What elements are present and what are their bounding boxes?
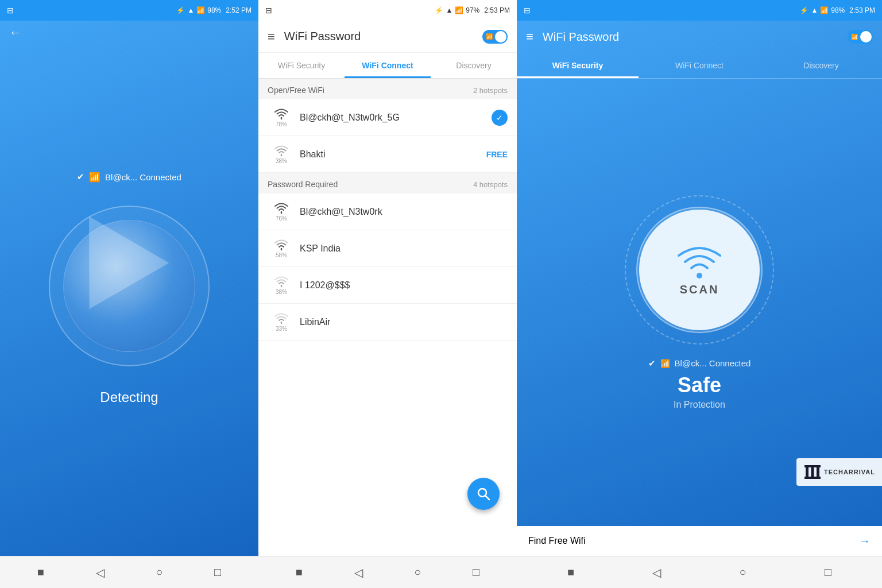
wifi-name-1: Bl@ckh@t_N3tw0rk_5G xyxy=(300,113,492,123)
nav-back-s2[interactable]: ◁ xyxy=(354,566,363,579)
wifi-list: Open/Free WiFi 2 hotspots 78% Bl xyxy=(258,79,517,556)
tab-wifi-security-s3[interactable]: WiFi Security xyxy=(517,53,639,78)
wifi-percent-2: 38% xyxy=(276,158,287,164)
section-title-password: Password Required xyxy=(268,180,338,189)
menu-icon-s3[interactable]: ≡ xyxy=(526,29,533,44)
wifi-name-6: LibinAir xyxy=(300,317,508,327)
tab-wifi-connect-s2[interactable]: WiFi Connect xyxy=(345,53,431,78)
wifi-item-4[interactable]: 58% KSP India xyxy=(258,230,517,267)
tab-discovery-s2[interactable]: Discovery xyxy=(431,53,517,78)
wifi-signal-wrap-6: 33% xyxy=(268,312,295,332)
wifi-signal-icon-3 xyxy=(273,202,289,214)
toggle-switch-s2[interactable]: 📶 xyxy=(482,30,508,44)
nav-stop-s3[interactable]: ■ xyxy=(567,566,574,579)
find-free-wifi-label: Find Free Wifi xyxy=(528,536,586,546)
app-header-s2: ≡ WiFi Password 📶 xyxy=(258,21,517,53)
status-icon-screen1: ⊟ xyxy=(7,6,14,15)
nav-back-s1[interactable]: ◁ xyxy=(96,566,105,579)
wifi-icon-s3-small: 📶 xyxy=(660,359,670,368)
time-s3: 2:53 PM xyxy=(849,6,875,14)
check-icon-s3: ✔ xyxy=(648,358,656,369)
techarrival-text: TECHARRIVAL xyxy=(824,469,875,475)
tab-wifi-connect-s3[interactable]: WiFi Connect xyxy=(639,53,760,78)
nav-back-s3[interactable]: ◁ xyxy=(652,566,661,579)
wifi-icon-s3: ▲ xyxy=(811,6,818,14)
checkmark-icon: ✔ xyxy=(77,172,84,182)
nav-stop-s2[interactable]: ■ xyxy=(296,566,303,579)
protection-label: In Protection xyxy=(674,400,725,410)
techarrival-badge: TECHARRIVAL xyxy=(796,458,882,486)
wifi-item-3[interactable]: 76% Bl@ckh@t_N3tw0rk xyxy=(258,194,517,230)
battery-s1: 98% xyxy=(207,6,221,14)
wifi-signal-wrap-4: 58% xyxy=(268,238,295,258)
wifi-name-2: Bhakti xyxy=(300,149,486,160)
tab-discovery-s3[interactable]: Discovery xyxy=(760,53,882,78)
toggle-switch-s3[interactable]: 📶 xyxy=(848,30,873,44)
battery-s2: 97% xyxy=(466,6,479,14)
wifi-icon-s1: ▲ xyxy=(187,6,194,14)
wifi-signal-wrap-3: 76% xyxy=(268,202,295,222)
menu-icon-s2[interactable]: ≡ xyxy=(268,29,275,44)
wifi-item-5[interactable]: 38% I 1202@$$$ xyxy=(258,267,517,304)
time-s2: 2:53 PM xyxy=(484,6,510,14)
status-icon-screen2: ⊟ xyxy=(265,6,272,15)
nav-recent-s3[interactable]: □ xyxy=(825,566,831,579)
search-fab[interactable] xyxy=(467,478,500,510)
find-free-wifi-button[interactable]: Find Free Wifi → xyxy=(517,526,882,556)
status-bar-screen3: ⊟ ⚡ ▲ 📶 98% 2:53 PM xyxy=(517,0,882,21)
toggle-wifi-icon-s3: 📶 xyxy=(851,34,858,40)
nav-stop-s1[interactable]: ■ xyxy=(37,566,44,579)
wifi-item-2[interactable]: 38% Bhakti FREE xyxy=(258,136,517,173)
wifi-percent-6: 33% xyxy=(276,326,287,332)
wifi-percent-3: 76% xyxy=(276,215,287,222)
nav-recent-s2[interactable]: □ xyxy=(473,566,479,579)
wifi-brand-icon: 📶 xyxy=(89,172,100,183)
nav-recent-s1[interactable]: □ xyxy=(214,566,221,579)
nav-home-s2[interactable]: ○ xyxy=(414,566,421,579)
wifi-signal-icon-4 xyxy=(273,238,289,251)
wifi-item-1[interactable]: 78% Bl@ckh@t_N3tw0rk_5G ✓ xyxy=(258,99,517,136)
status-bar-screen1: ⊟ ⚡ ▲ 📶 98% 2:52 PM xyxy=(0,0,258,21)
wifi-percent-5: 38% xyxy=(276,289,287,295)
svg-rect-6 xyxy=(804,465,821,467)
wifi-signal-wrap-2: 38% xyxy=(268,144,295,164)
wifi-signal-icon-6 xyxy=(273,312,289,324)
screen3-connected-status: ✔ 📶 Bl@ck... Connected xyxy=(648,358,751,369)
wifi-free-badge-2: FREE xyxy=(486,150,508,159)
scan-text: SCAN xyxy=(680,283,719,296)
safe-label: Safe xyxy=(678,373,721,397)
wifi-percent-4: 58% xyxy=(276,252,287,258)
wifi-signal-wrap-5: 38% xyxy=(268,275,295,295)
wifi-name-5: I 1202@$$$ xyxy=(300,280,508,291)
scan-circle-inner: SCAN xyxy=(636,207,763,333)
section-header-password: Password Required 4 hotspots xyxy=(258,173,517,194)
scan-circle-outer[interactable]: SCAN xyxy=(625,195,774,345)
back-arrow-icon: ← xyxy=(9,25,22,40)
bluetooth-icon: ⚡ xyxy=(176,6,185,14)
detecting-label: Detecting xyxy=(100,389,158,405)
wifi-signal-wrap-1: 78% xyxy=(268,107,295,127)
svg-rect-7 xyxy=(804,477,821,479)
time-s1: 2:52 PM xyxy=(226,6,252,14)
wifi-icon-s2: ▲ xyxy=(446,6,452,14)
connected-badge: ✔ 📶 Bl@ck... Connected xyxy=(77,172,181,183)
header-title-s2: WiFi Password xyxy=(284,30,361,43)
svg-point-2 xyxy=(697,273,702,278)
radar-animation: // This will be rendered as SVG ticks xyxy=(49,206,210,366)
wifi-percent-1: 78% xyxy=(276,121,287,127)
connected-label-s3: Bl@ck... Connected xyxy=(675,358,751,368)
back-button[interactable]: ← xyxy=(9,25,22,40)
signal-icon-s1: 📶 xyxy=(196,6,205,14)
app-header-s3: ≡ WiFi Password 📶 xyxy=(517,21,882,53)
connected-text: Bl@ck... Connected xyxy=(105,172,181,182)
toggle-knob-s2 xyxy=(495,31,506,42)
wifi-signal-icon-1 xyxy=(273,107,289,120)
wifi-item-6[interactable]: 33% LibinAir xyxy=(258,304,517,341)
toggle-knob-s3 xyxy=(860,31,872,42)
arrow-right-icon: → xyxy=(859,535,871,548)
screen3-main-content: SCAN ✔ 📶 Bl@ck... Connected Safe In Prot… xyxy=(517,79,882,526)
techarrival-logo-icon xyxy=(803,463,822,481)
nav-home-s3[interactable]: ○ xyxy=(740,566,746,579)
nav-home-s1[interactable]: ○ xyxy=(156,566,163,579)
tab-wifi-security-s2[interactable]: WiFi Security xyxy=(258,53,345,78)
